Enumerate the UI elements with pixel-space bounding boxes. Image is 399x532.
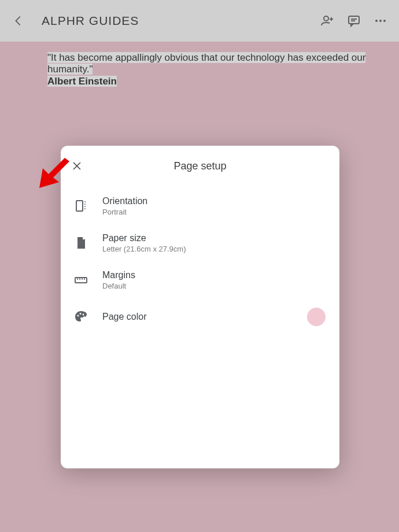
close-icon: [72, 161, 82, 171]
margins-icon: [73, 272, 88, 287]
page-area: "It has become appallingly obvious that …: [0, 42, 399, 532]
margins-text: Margins Default: [102, 270, 326, 290]
svg-point-21: [77, 315, 79, 317]
margins-label: Margins: [102, 270, 326, 280]
svg-point-23: [83, 314, 84, 316]
svg-point-6: [375, 20, 378, 22]
more-button[interactable]: [372, 13, 389, 29]
svg-rect-3: [349, 16, 359, 24]
page-color-swatch[interactable]: [307, 308, 326, 326]
dialog-title: Page setup: [61, 160, 339, 172]
page-setup-dialog: Page setup Orientation Portrait Paper si…: [61, 146, 339, 468]
orientation-icon: [73, 198, 88, 213]
orientation-label: Orientation: [102, 196, 326, 206]
document-text: "It has become appallingly obvious that …: [47, 52, 396, 87]
page-color-row[interactable]: Page color: [61, 298, 339, 335]
orientation-text: Orientation Portrait: [102, 196, 326, 216]
svg-point-8: [383, 20, 386, 22]
dialog-list: Orientation Portrait Paper size Letter (…: [61, 187, 339, 335]
margins-value: Default: [102, 282, 326, 290]
comment-button[interactable]: [346, 13, 362, 29]
paper-size-text: Paper size Letter (21.6cm x 27.9cm): [102, 233, 326, 253]
document-title[interactable]: ALPHR GUIDES: [42, 14, 309, 28]
chevron-left-icon: [12, 14, 25, 27]
paper-size-row[interactable]: Paper size Letter (21.6cm x 27.9cm): [61, 224, 339, 261]
close-button[interactable]: [65, 154, 88, 178]
orientation-value: Portrait: [102, 208, 326, 216]
svg-rect-11: [76, 201, 83, 211]
margins-row[interactable]: Margins Default: [61, 261, 339, 298]
page-color-text: Page color: [102, 312, 293, 322]
svg-point-0: [324, 16, 328, 21]
comment-icon: [347, 14, 361, 28]
svg-point-24: [83, 316, 85, 318]
paper-size-value: Letter (21.6cm x 27.9cm): [102, 245, 326, 253]
svg-point-7: [379, 20, 382, 22]
paper-size-label: Paper size: [102, 233, 326, 243]
page-color-icon: [73, 309, 88, 324]
author-text: Albert Einstein: [47, 76, 117, 87]
quote-text: "It has become appallingly obvious that …: [47, 52, 365, 75]
page-color-label: Page color: [102, 312, 293, 322]
person-add-icon: [320, 14, 334, 28]
svg-point-22: [80, 313, 82, 315]
paper-size-icon: [73, 235, 88, 250]
top-app-bar: ALPHR GUIDES: [0, 0, 399, 42]
dialog-header: Page setup: [61, 153, 339, 179]
more-horizontal-icon: [374, 14, 387, 28]
orientation-row[interactable]: Orientation Portrait: [61, 187, 339, 224]
svg-rect-16: [75, 278, 87, 283]
share-button[interactable]: [319, 13, 335, 29]
back-button[interactable]: [10, 13, 27, 29]
